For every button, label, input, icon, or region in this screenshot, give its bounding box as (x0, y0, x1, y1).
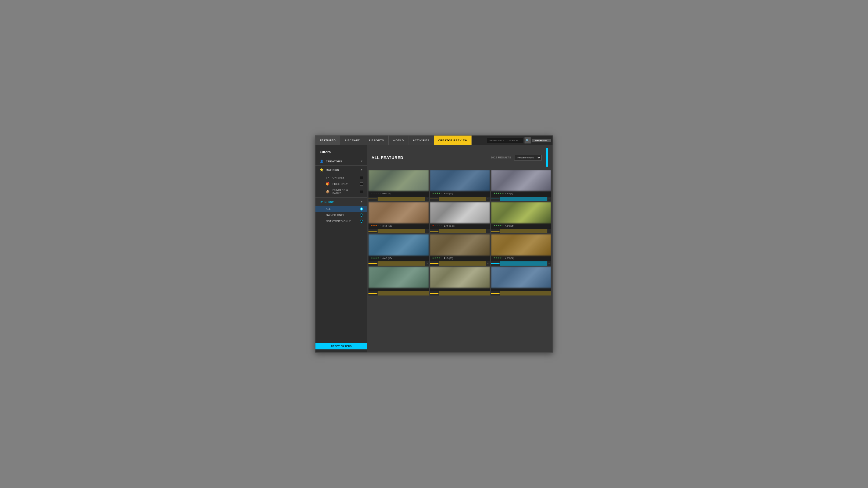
eye-icon: 👁 (320, 200, 323, 203)
on-sale-checkbox[interactable] (360, 176, 363, 179)
more-button-9[interactable]: ⋯ (547, 262, 551, 265)
product-footer-8: ⋯ (430, 261, 490, 266)
price-bar-6 (500, 229, 547, 233)
tab-featured[interactable]: FEATURED (315, 135, 340, 145)
product-footer-11 (430, 291, 490, 295)
product-card-5[interactable]: ★ ★ ★ ★ ★ 1.7/5 (2.5k) ⋯ (430, 202, 490, 233)
show-not-owned-option[interactable]: NOT OWNED ONLY (315, 218, 367, 224)
product-card-4[interactable]: ★ ★ ★ ★ ★ 3.7/5 (12) ⋯ (369, 202, 429, 233)
free-only-checkbox[interactable] (360, 183, 363, 186)
price-bar-2 (439, 197, 486, 201)
product-info-7: ★ ★ ★ ★ ★ 4.4/5 (67) (369, 256, 429, 261)
product-info-9: ★ ★ ★ ★ ★ 4.5/5 (30) (491, 256, 551, 261)
nav-search-area: 🔍 WISHLIST (472, 135, 553, 145)
bundles-filter[interactable]: 📦 BUNDLES & PACKS (315, 187, 367, 196)
product-card-7[interactable]: ★ ★ ★ ★ ★ 4.4/5 (67) ⋯ (369, 234, 429, 266)
sale-icon: 🏷 (326, 176, 330, 179)
price-tag-12 (491, 293, 500, 294)
more-button-2[interactable]: ⋯ (486, 198, 490, 200)
product-card-12[interactable] (491, 266, 551, 295)
product-card-11[interactable] (430, 266, 490, 295)
show-filter-header[interactable]: 👁 SHOW ▼ (315, 198, 367, 206)
rating-row-8: ★ ★ ★ ★ ★ 4.1/5 (30) (432, 257, 488, 259)
product-card-10[interactable] (369, 266, 429, 295)
rating-text-7: 4.4/5 (67) (382, 257, 392, 259)
tab-world[interactable]: WORLD (389, 135, 409, 145)
product-info-10 (369, 288, 429, 291)
tab-airports[interactable]: AIRPORTS (364, 135, 389, 145)
product-card-6[interactable]: ★ ★ ★ ★ ★ 4.5/5 (35) ⋯ (491, 202, 551, 233)
rating-text-2: 4.4/5 (16) (444, 193, 453, 195)
product-footer-5: ⋯ (430, 229, 490, 233)
on-sale-filter[interactable]: 🏷 ON SALE (315, 174, 367, 181)
product-card-1[interactable]: ★ ★ ★ ★ ★ 0.0/5 (0) ⋯ (369, 170, 429, 201)
product-info-12 (491, 288, 551, 291)
more-button-1[interactable]: ⋯ (425, 198, 429, 200)
product-thumb-9 (491, 234, 551, 256)
checkbox-section: 🏷 ON SALE 🎁 FREE ONLY 📦 BUNDLES & PACKS (315, 174, 367, 196)
price-tag-5 (430, 231, 439, 231)
sort-select[interactable]: Recommended Price: Low to High Price: Hi… (514, 155, 541, 161)
product-footer-7: ⋯ (369, 261, 429, 266)
product-thumb-7 (369, 234, 429, 256)
product-footer-9: ⋯ (491, 261, 551, 266)
results-count: 2612 RESULTS (491, 156, 511, 159)
show-all-option[interactable]: ALL (315, 206, 367, 212)
product-footer-1: ⋯ (369, 197, 429, 201)
rating-row-9: ★ ★ ★ ★ ★ 4.5/5 (30) (493, 257, 549, 259)
tab-creator-preview[interactable]: CREATOR PREVIEW (434, 135, 472, 145)
product-card-3[interactable]: ★ ★ ★ ★ ★ 4.8/5 (9) ⋯ (491, 170, 551, 201)
price-tag-7 (369, 263, 378, 264)
product-info-3: ★ ★ ★ ★ ★ 4.8/5 (9) (491, 191, 551, 197)
product-footer-6: ⋯ (491, 229, 551, 233)
product-thumb-11 (430, 266, 490, 288)
rating-text-8: 4.1/5 (30) (444, 257, 453, 259)
price-bar-10 (378, 291, 429, 295)
product-info-1: ★ ★ ★ ★ ★ 0.0/5 (0) (369, 191, 429, 197)
stars-6: ★ ★ ★ ★ ★ (493, 225, 504, 227)
bundles-checkbox[interactable] (360, 190, 363, 193)
show-owned-option[interactable]: OWNED ONLY (315, 212, 367, 218)
owned-bar-3 (500, 197, 547, 201)
nav-bar: FEATURED AIRCRAFT AIRPORTS WORLD ACTIVIT… (315, 135, 553, 145)
product-info-6: ★ ★ ★ ★ ★ 4.5/5 (35) (491, 223, 551, 229)
stars-3: ★ ★ ★ ★ ★ (493, 192, 504, 195)
more-button-7[interactable]: ⋯ (425, 262, 429, 265)
free-only-filter[interactable]: 🎁 FREE ONLY (315, 181, 367, 187)
product-card-2[interactable]: ★ ★ ★ ★ ★ 4.4/5 (16) ⋯ (430, 170, 490, 201)
more-button-6[interactable]: ⋯ (547, 230, 551, 232)
more-button-3[interactable]: ⋯ (547, 198, 551, 200)
product-footer-10 (369, 291, 429, 295)
product-thumb-1 (369, 170, 429, 191)
price-bar-1 (378, 197, 425, 201)
tab-activities[interactable]: ACTIVITIES (408, 135, 434, 145)
search-button[interactable]: 🔍 (525, 137, 531, 143)
filters-title: Filters (315, 148, 367, 157)
radio-owned (360, 214, 363, 217)
product-card-9[interactable]: ★ ★ ★ ★ ★ 4.5/5 (30) ⋯ (491, 234, 551, 266)
more-button-8[interactable]: ⋯ (486, 262, 490, 265)
search-input[interactable] (487, 138, 523, 143)
price-tag-10 (369, 293, 378, 294)
rating-row-3: ★ ★ ★ ★ ★ 4.8/5 (9) (493, 192, 549, 195)
bundle-icon: 📦 (326, 190, 330, 193)
product-info-2: ★ ★ ★ ★ ★ 4.4/5 (16) (430, 191, 490, 197)
stars-1: ★ ★ ★ ★ ★ (371, 192, 381, 195)
product-info-5: ★ ★ ★ ★ ★ 1.7/5 (2.5k) (430, 223, 490, 229)
rating-text-6: 4.5/5 (35) (505, 225, 514, 227)
product-card-8[interactable]: ★ ★ ★ ★ ★ 4.1/5 (30) ⋯ (430, 234, 490, 266)
price-bar-5 (439, 229, 486, 233)
wishlist-button[interactable]: WISHLIST (532, 139, 551, 142)
rating-row-6: ★ ★ ★ ★ ★ 4.5/5 (35) (493, 225, 549, 227)
reset-filters-button[interactable]: RESET FILTERS (315, 343, 367, 349)
product-thumb-3 (491, 170, 551, 191)
tab-aircraft[interactable]: AIRCRAFT (340, 135, 364, 145)
ratings-filter-header[interactable]: ⭐ RATINGS ▼ (315, 166, 367, 174)
price-tag-8 (430, 263, 439, 264)
creators-filter-header[interactable]: 👤 CREATORS ▼ (315, 157, 367, 165)
product-info-11 (430, 288, 490, 291)
more-button-4[interactable]: ⋯ (425, 230, 429, 232)
more-button-5[interactable]: ⋯ (486, 230, 490, 232)
rating-row-1: ★ ★ ★ ★ ★ 0.0/5 (0) (371, 192, 426, 195)
price-tag-3 (491, 199, 500, 199)
